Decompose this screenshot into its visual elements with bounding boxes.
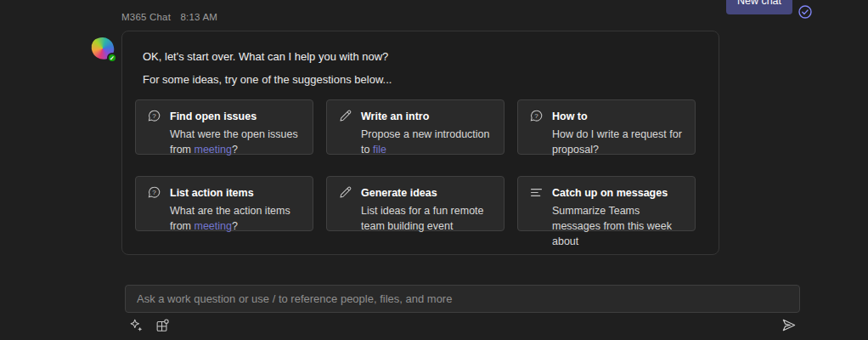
card-header: ? Generate ideas	[338, 185, 493, 200]
apps-icon[interactable]	[155, 318, 170, 333]
sender-name: M365 Chat	[121, 12, 171, 22]
card-body: Summarize Teams messages from this week …	[552, 203, 685, 249]
card-body-text: How do I write a request for proposal?	[552, 128, 682, 156]
chat-question-icon: ?	[147, 185, 161, 200]
card-body: What are the action items from meeting?	[170, 203, 302, 234]
card-body-link[interactable]: file	[373, 144, 386, 156]
card-header: ? Write an intro	[338, 109, 493, 123]
card-title: Catch up on messages	[552, 187, 668, 199]
message-header: M365 Chat 8:13 AM	[121, 12, 217, 22]
card-body: What were the open issues from meeting?	[170, 127, 302, 157]
align-left-icon	[529, 185, 544, 200]
sparkle-icon[interactable]	[129, 318, 144, 333]
chat-message: OK, let's start over. What can I help yo…	[121, 31, 719, 255]
chat-question-icon: ?	[147, 109, 161, 123]
new-chat-button[interactable]: New chat	[726, 0, 792, 14]
suggestion-card[interactable]: ? Find open issues What were the open is…	[135, 99, 313, 155]
card-header: ? Catch up on messages	[529, 185, 685, 200]
compose-input[interactable]	[125, 285, 800, 313]
card-title: Generate ideas	[361, 187, 437, 199]
card-body-suffix: ?	[232, 144, 238, 156]
card-title: List action items	[170, 187, 254, 199]
card-title: Find open issues	[170, 110, 256, 122]
card-title: Write an intro	[361, 110, 429, 122]
suggestion-card[interactable]: ? How to How do I write a request for pr…	[517, 99, 696, 155]
svg-text:?: ?	[152, 189, 156, 196]
composer-actions	[129, 318, 170, 333]
card-body-text: Summarize Teams messages from this week …	[552, 205, 672, 247]
pencil-icon	[338, 109, 352, 123]
card-body-suffix: ?	[232, 220, 238, 232]
card-body: How do I write a request for proposal?	[552, 127, 685, 157]
card-body-link[interactable]: meeting	[194, 144, 231, 156]
card-body: Propose a new introduction to file	[361, 127, 493, 157]
chat-question-icon: ?	[529, 109, 544, 123]
suggestion-card[interactable]: ? Generate ideas List ideas for a fun re…	[326, 176, 504, 231]
card-body: List ideas for a fun remote team buildin…	[361, 203, 493, 234]
card-title: How to	[552, 110, 588, 122]
card-header: ? Find open issues	[147, 109, 302, 123]
copilot-avatar: ✓	[92, 37, 115, 60]
svg-text:?: ?	[152, 112, 156, 120]
svg-text:?: ?	[534, 112, 538, 120]
card-header: ? How to	[529, 109, 685, 123]
send-icon[interactable]	[781, 317, 797, 333]
check-circle-icon[interactable]	[798, 4, 813, 20]
timestamp: 8:13 AM	[180, 12, 217, 22]
message-text: OK, let's start over. What can I help yo…	[143, 50, 392, 86]
pencil-icon	[338, 185, 352, 200]
message-line-2: For some ideas, try one of the suggestio…	[143, 73, 392, 86]
card-body-text: List ideas for a fun remote team buildin…	[361, 205, 484, 232]
suggestion-grid: ? Find open issues What were the open is…	[135, 99, 696, 231]
suggestion-card[interactable]: ? Catch up on messages Summarize Teams m…	[517, 176, 696, 231]
available-status-badge: ✓	[107, 53, 117, 63]
card-body-link[interactable]: meeting	[194, 220, 231, 232]
card-header: ? List action items	[147, 185, 302, 200]
suggestion-card[interactable]: ? List action items What are the action …	[135, 176, 313, 231]
message-line-1: OK, let's start over. What can I help yo…	[143, 50, 392, 63]
suggestion-card[interactable]: ? Write an intro Propose a new introduct…	[326, 99, 504, 155]
